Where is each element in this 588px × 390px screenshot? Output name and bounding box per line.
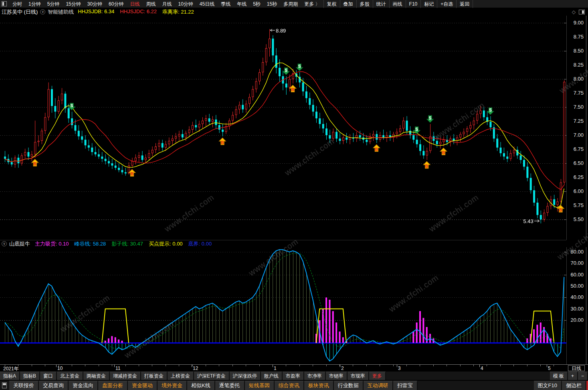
menu-period-9[interactable]: 10分钟 <box>175 0 196 8</box>
main-indicator-name[interactable]: 智能辅助线 <box>48 8 74 16</box>
toolbar1-item-8[interactable]: 沪深ETF资金 <box>194 372 230 380</box>
time-tick <box>32 365 32 366</box>
stat-峰谷线: 峰谷线: 58.28 <box>75 240 106 248</box>
diamond-icon[interactable]: ◇ <box>572 9 576 15</box>
toolbar2-item-1[interactable]: 交易查询 <box>39 381 69 390</box>
toolbar2-item-9[interactable]: 综合资讯 <box>275 381 304 390</box>
time-tick <box>166 365 166 366</box>
menu-period-1[interactable]: 1分钟 <box>25 0 44 8</box>
toolbar2-item-11[interactable]: 行业数据 <box>334 381 364 390</box>
layout-icon[interactable] <box>2 382 7 388</box>
toolbar1-item-5[interactable]: 增减持资金 <box>110 372 141 380</box>
menu-period-11[interactable]: 季线 <box>218 0 234 8</box>
toolbar1-right-0[interactable]: 模 板 <box>550 372 568 380</box>
month-tick <box>547 365 547 367</box>
price-tick-label: 8.75 <box>574 34 584 40</box>
toolbar2-item-2[interactable]: 资金流向 <box>69 381 98 390</box>
stock-title: 江苏吴中 (日线) <box>2 8 38 16</box>
toolbar1-item-13[interactable]: 市销率 <box>326 372 348 380</box>
menu-period-0[interactable]: 分时 <box>9 0 25 8</box>
time-tick <box>112 365 112 366</box>
price-tick-label: 7.75 <box>574 90 584 96</box>
price-tick-label: 6.50 <box>574 160 584 166</box>
toolbar2-item-5[interactable]: 境外资金 <box>158 381 187 390</box>
menu-period-13[interactable]: 5秒 <box>250 0 264 8</box>
menu-tool-6[interactable]: 标记 <box>420 0 437 8</box>
menu-period-3[interactable]: 15分钟 <box>63 0 84 8</box>
menu-tool-4[interactable]: 画线 <box>389 0 406 8</box>
chart-title-bar: 江苏吴中 (日线) ∨ 智能辅助线 HHJSJDB: 6.34HHJSJDC: … <box>0 8 588 16</box>
sidebar-toggle-icon[interactable] <box>579 10 585 14</box>
month-label: 10 <box>57 366 63 371</box>
month-label: 3 <box>398 366 401 371</box>
chevron-down-icon[interactable]: ∨ <box>40 9 45 14</box>
time-tick <box>246 365 246 366</box>
toolbar2-right-1[interactable]: 侧边栏 <box>562 381 586 390</box>
month-label: 1 <box>274 366 277 371</box>
toolbar1-item-10[interactable]: 散户线 <box>261 372 283 380</box>
toolbar2-item-12[interactable]: 互动调研 <box>364 381 393 390</box>
toolbar1-item-9[interactable]: 沪深涨跌停 <box>230 372 261 380</box>
menu-period-14[interactable]: 15秒 <box>264 0 280 8</box>
toolbar2-item-7[interactable]: 逐笔委托 <box>215 381 245 390</box>
menu-period-15[interactable]: 多周期 <box>280 0 301 8</box>
toolbar1-item-15[interactable]: 更多 <box>369 372 386 380</box>
sub-indicator-name[interactable]: 山底捉牛 <box>9 240 30 248</box>
time-tick <box>513 365 514 366</box>
menu-period-5[interactable]: 60分钟 <box>105 0 127 8</box>
toolbar2-item-3[interactable]: 盘面分析 <box>98 381 128 390</box>
menu-period-6[interactable]: 日线 <box>127 0 143 8</box>
toolbar1-item-12[interactable]: 市净率 <box>304 372 326 380</box>
chevron-down-icon[interactable]: ∨ <box>2 241 7 246</box>
toolbar1-item-11[interactable]: 市盈率 <box>283 372 304 380</box>
indicator-tick-label: 60.00 <box>570 272 584 278</box>
window-icon[interactable] <box>2 1 7 6</box>
main-indicator-values: HHJSJDB: 6.34HHJSJDC: 6.22乖离率: 21.22 <box>78 8 200 16</box>
toolbar1-item-4[interactable]: 两融资金 <box>83 372 110 380</box>
menu-tool-3[interactable]: 统计 <box>373 0 389 8</box>
time-tick <box>139 365 139 366</box>
menu-tool-8[interactable]: 返回 <box>456 0 473 8</box>
stat-HHJSJDC: HHJSJDC: 6.22 <box>120 8 157 16</box>
toolbar2-item-6[interactable]: 相似K线 <box>187 381 215 390</box>
month-label: 2 <box>341 366 344 371</box>
menu-tool-5[interactable]: F10 <box>406 0 421 8</box>
toolbar1-item-1[interactable]: 指标B <box>20 372 40 380</box>
menu-period-16[interactable]: 更多 〉 <box>301 0 323 8</box>
time-tick <box>232 365 233 366</box>
menu-period-4[interactable]: 30分钟 <box>84 0 105 8</box>
toolbar2-item-10[interactable]: 板块资讯 <box>304 381 334 390</box>
price-tick-label: 6.25 <box>574 174 584 180</box>
time-tick <box>393 365 394 366</box>
menu-tool-1[interactable]: 叠加 <box>340 0 356 8</box>
menu-period-7[interactable]: 周线 <box>143 0 159 8</box>
menu-period-10[interactable]: 45日线 <box>196 0 218 8</box>
stat-乖离率: 乖离率: 21.22 <box>162 8 194 16</box>
menu-period-12[interactable]: 年线 <box>234 0 250 8</box>
time-tick <box>299 365 300 366</box>
toolbar1-item-7[interactable]: 上榜资金 <box>168 372 194 380</box>
toolbar1-item-6[interactable]: 打板资金 <box>141 372 168 380</box>
toolbar1-item-0[interactable]: 指标A <box>0 372 20 380</box>
toolbar2-item-8[interactable]: 短线基因 <box>245 381 275 390</box>
menu-tool-7[interactable]: +自选 <box>437 0 456 8</box>
menu-tool-2[interactable]: 多股 <box>356 0 373 8</box>
sub-indicator-chart[interactable] <box>0 247 566 364</box>
menu-period-8[interactable]: 月线 <box>159 0 175 8</box>
toolbar1-item-3[interactable]: 北上资金 <box>57 372 83 380</box>
toolbar2-item-4[interactable]: 资金驱动 <box>128 381 158 390</box>
indicator-tick-label: 20.00 <box>570 317 584 323</box>
toolbar2-item-0[interactable]: 关联报价 <box>9 381 39 390</box>
toolbar1-right-2[interactable]: − <box>578 372 588 380</box>
stat-底界: 底界: 0.00 <box>188 240 212 248</box>
toolbar1-item-2[interactable]: 窗口 <box>40 372 57 380</box>
toolbar1-item-14[interactable]: 市现率 <box>348 372 369 380</box>
toolbar1-right-1[interactable]: + <box>568 372 578 380</box>
price-tick-label: 6.00 <box>574 188 584 194</box>
menu-period-2[interactable]: 5分钟 <box>44 0 63 8</box>
main-price-chart[interactable] <box>0 16 566 240</box>
menu-tool-0[interactable]: 复权 <box>323 0 340 8</box>
toolbar2-item-13[interactable]: 扫雷宝 <box>393 381 418 390</box>
period-label[interactable]: 日线 <box>568 365 585 371</box>
toolbar2-right-0[interactable]: 图文F10 <box>534 381 562 390</box>
